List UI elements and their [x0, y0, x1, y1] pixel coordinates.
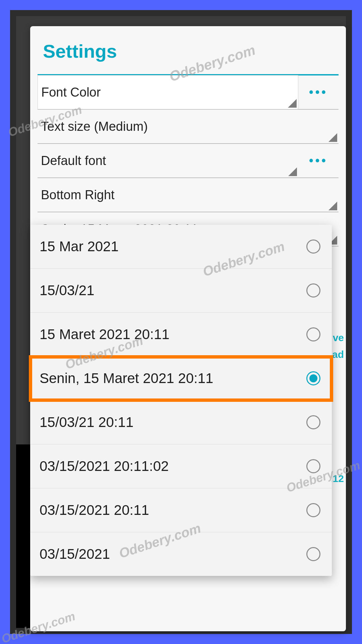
radio-icon[interactable]	[306, 547, 320, 561]
more-options-icon[interactable]: •••	[298, 85, 339, 99]
date-format-dropdown[interactable]: 15 Mar 202115/03/2115 Maret 2021 20:11Se…	[30, 225, 332, 576]
setting-label: Default font	[38, 154, 106, 168]
more-options-icon[interactable]: •••	[298, 154, 339, 168]
setting-label: Bottom Right	[38, 188, 115, 202]
option-label: 03/15/2021	[40, 546, 110, 562]
setting-row[interactable]: Text size (Medium)	[38, 110, 339, 144]
radio-icon[interactable]	[306, 415, 320, 429]
spinner-caret-icon	[328, 133, 337, 142]
date-format-option[interactable]: 03/15/2021 20:11	[30, 488, 332, 532]
peek-text-1: ve	[333, 332, 344, 343]
settings-list: Font Color•••Text size (Medium)Default f…	[30, 75, 346, 247]
setting-label: Text size (Medium)	[38, 119, 148, 134]
setting-spinner[interactable]: Font Color	[38, 75, 298, 109]
radio-icon[interactable]	[306, 327, 320, 341]
date-format-option[interactable]: 15/03/21	[30, 269, 332, 313]
spinner-caret-icon	[328, 202, 337, 210]
date-format-option[interactable]: 15 Mar 2021	[30, 225, 332, 269]
radio-icon[interactable]	[306, 503, 320, 517]
option-label: 03/15/2021 20:11:02	[40, 458, 169, 474]
setting-spinner[interactable]: Bottom Right	[38, 178, 339, 212]
spinner-caret-icon	[288, 99, 297, 108]
option-label: 15 Mar 2021	[40, 238, 119, 255]
date-format-option[interactable]: 03/15/2021 20:11:02	[30, 444, 332, 488]
radio-selected-icon[interactable]	[306, 371, 320, 385]
date-format-option[interactable]: 03/15/2021	[30, 532, 332, 576]
setting-label: Font Color	[38, 85, 101, 100]
setting-row[interactable]: Bottom Right	[38, 178, 339, 212]
sheet-header: Settings	[30, 26, 346, 68]
option-label: 03/15/2021 20:11	[40, 502, 149, 518]
setting-spinner[interactable]: Text size (Medium)	[38, 110, 339, 143]
peek-text-2: ad	[332, 349, 344, 360]
page-title: Settings	[43, 40, 333, 62]
option-label: 15/03/21	[40, 282, 95, 299]
option-label: Senin, 15 Maret 2021 20:11	[40, 370, 213, 386]
setting-spinner[interactable]: Default font	[38, 144, 298, 177]
option-label: 15 Maret 2021 20:11	[40, 326, 170, 342]
spinner-caret-icon	[288, 167, 297, 176]
setting-row[interactable]: Font Color•••	[38, 75, 339, 110]
date-format-option[interactable]: 15 Maret 2021 20:11	[30, 313, 332, 357]
radio-icon[interactable]	[306, 239, 320, 254]
radio-icon[interactable]	[306, 459, 320, 473]
date-format-option[interactable]: Senin, 15 Maret 2021 20:11	[30, 357, 332, 400]
outer-frame: Settings Font Color•••Text size (Medium)…	[0, 0, 362, 644]
option-label: 15/03/21 20:11	[40, 414, 133, 430]
peek-text-3: .12	[330, 473, 344, 484]
date-format-option[interactable]: 15/03/21 20:11	[30, 400, 332, 444]
radio-icon[interactable]	[306, 283, 320, 298]
setting-row[interactable]: Default font•••	[38, 144, 339, 178]
